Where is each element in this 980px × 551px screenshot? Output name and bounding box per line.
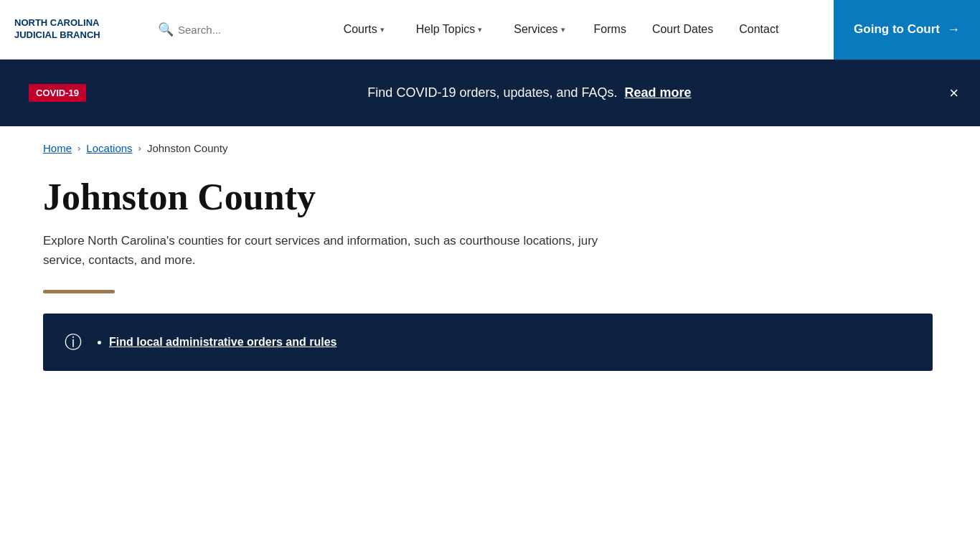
breadcrumb-separator: › [138,143,141,154]
page-description: Explore North Carolina's counties for co… [43,231,603,270]
search-icon: 🔍 [158,22,174,37]
info-icon: ⓘ [65,331,82,354]
nav-courts[interactable]: Courts ▾ [328,0,400,60]
covid-tag: COVID-19 [29,84,86,102]
nav-forms[interactable]: Forms [581,0,639,60]
covid-banner: COVID-19 Find COVID-19 orders, updates, … [0,60,980,126]
page-title: Johnston County [43,176,937,218]
site-header: NORTH CAROLINA JUDICIAL BRANCH 🔍 Courts … [0,0,980,60]
breadcrumb-locations[interactable]: Locations [86,142,132,154]
nav-services[interactable]: Services ▾ [498,0,580,60]
main-content: Johnston County Explore North Carolina's… [0,161,980,400]
breadcrumb: Home › Locations › Johnston County [0,126,980,161]
breadcrumb-home[interactable]: Home [43,142,72,154]
search-area[interactable]: 🔍 [158,22,286,37]
logo-area[interactable]: NORTH CAROLINA JUDICIAL BRANCH [0,17,158,42]
covid-read-more-link[interactable]: Read more [625,85,692,100]
site-logo: NORTH CAROLINA JUDICIAL BRANCH [14,17,100,42]
covid-message: Find COVID-19 orders, updates, and FAQs.… [108,85,951,100]
main-nav: Courts ▾ Help Topics ▾ Services ▾ Forms … [286,0,834,60]
arrow-right-icon: → [947,22,960,37]
going-to-court-button[interactable]: Going to Court → [834,0,980,60]
gold-divider [43,290,115,293]
nav-contact[interactable]: Contact [726,0,791,60]
nav-help-topics[interactable]: Help Topics ▾ [400,0,498,60]
chevron-down-icon: ▾ [478,25,482,34]
chevron-down-icon: ▾ [380,25,385,34]
info-box: ⓘ Find local administrative orders and r… [43,314,933,371]
admin-orders-link[interactable]: Find local administrative orders and rul… [109,336,336,348]
chevron-down-icon: ▾ [561,25,565,34]
search-input[interactable] [178,24,278,36]
close-banner-button[interactable]: × [949,84,958,103]
info-box-content: Find local administrative orders and rul… [96,336,336,349]
nav-court-dates[interactable]: Court Dates [639,0,726,60]
breadcrumb-current: Johnston County [147,142,228,154]
breadcrumb-separator: › [77,143,80,154]
